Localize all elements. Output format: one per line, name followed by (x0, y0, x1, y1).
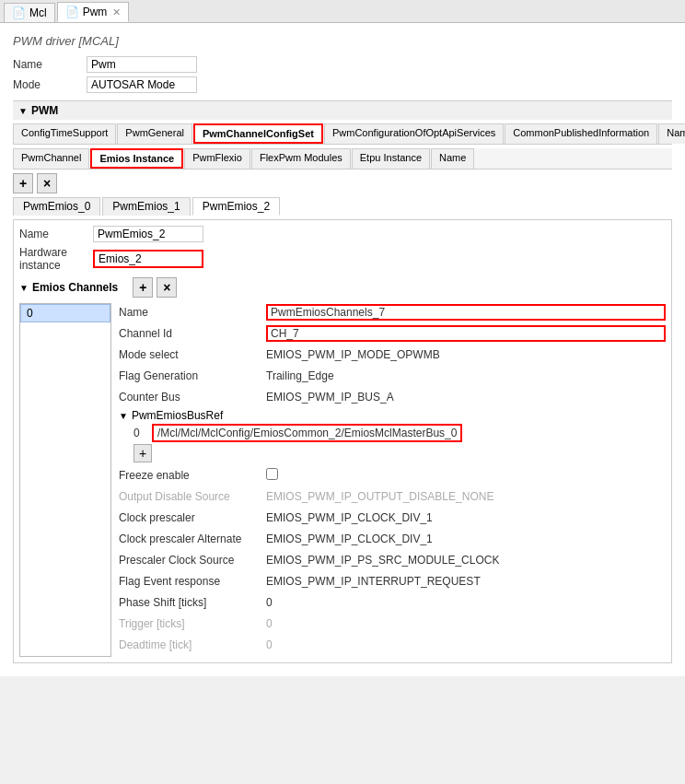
pwm-inner-tab-row: PwmChannel Emios Instance PwmFlexio Flex… (13, 148, 672, 170)
mcl-tab-icon: 📄 (12, 6, 26, 19)
name-value[interactable]: Pwm (87, 56, 197, 73)
tab-pwmgeneral[interactable]: PwmGeneral (117, 123, 192, 144)
top-tab-bar: 📄 Mcl 📄 Pwm ✕ (0, 0, 685, 23)
prop-clockpresc-value[interactable]: EMIOS_PWM_IP_CLOCK_DIV_1 (266, 511, 666, 524)
busref-header[interactable]: ▼ PwmEmiosBusRef (119, 409, 666, 422)
emios-instance-panel: Name PwmEmios_2 Hardware instance Emios_… (13, 219, 672, 663)
tab-pwmflexio[interactable]: PwmFlexio (184, 148, 250, 169)
prop-flaggen-row: Flag Generation Trailing_Edge (119, 367, 666, 385)
prop-outputdisable-value: EMIOS_PWM_IP_OUTPUT_DISABLE_NONE (266, 490, 666, 503)
tab-inner-name[interactable]: Name (431, 148, 474, 169)
prop-freeze-value[interactable] (266, 468, 666, 483)
prop-trigger-value: 0 (266, 617, 666, 630)
tab-pwmchannel[interactable]: PwmChannel (13, 148, 89, 169)
prop-prescclocksrc-row: Prescaler Clock Source EMIOS_PWM_IP_PS_S… (119, 551, 666, 569)
prop-name-label: Name (119, 306, 266, 319)
prop-modeselect-value[interactable]: EMIOS_PWM_IP_MODE_OPWMB (266, 348, 666, 361)
channel-item-0[interactable]: 0 (20, 304, 110, 322)
instance-tab-pwmemios2[interactable]: PwmEmios_2 (192, 197, 280, 216)
remove-channel-button[interactable]: × (157, 277, 177, 298)
page-title-suffix: [MCAL] (79, 34, 119, 48)
prop-clockprescalt-value[interactable]: EMIOS_PWM_IP_CLOCK_DIV_1 (266, 532, 666, 545)
prop-modeselect-label: Mode select (119, 348, 266, 361)
prop-freeze-row: Freeze enable (119, 466, 666, 485)
prop-flaggen-value[interactable]: Trailing_Edge (266, 369, 666, 382)
remove-instance-button[interactable]: × (37, 173, 57, 193)
prop-counterbus-row: Counter Bus EMIOS_PWM_IP_BUS_A (119, 388, 666, 406)
busref-add-button[interactable]: + (134, 444, 152, 462)
prop-clockprescalt-label: Clock prescaler Alternate (119, 532, 266, 545)
channel-list: 0 (19, 303, 111, 657)
tab-pwmconfigurationofoptapiservices[interactable]: PwmConfigurationOfOptApiServices (324, 123, 504, 144)
tab-pwm[interactable]: 📄 Pwm ✕ (57, 2, 130, 22)
name-label: Name (13, 58, 87, 71)
pwm-tab-icon: 📄 (65, 6, 79, 18)
instance-tabs: PwmEmios_0 PwmEmios_1 PwmEmios_2 (13, 197, 672, 216)
mode-value[interactable]: AUTOSAR Mode (87, 76, 197, 93)
prop-freeze-label: Freeze enable (119, 469, 266, 482)
page-title-text: PWM driver (13, 34, 79, 48)
prop-name-row: Name PwmEmiosChannels_7 (119, 303, 666, 322)
instance-name-row: Name PwmEmios_2 (19, 226, 666, 242)
add-instance-button[interactable]: + (13, 173, 33, 193)
busref-row-0: 0 /Mcl/Mcl/MclConfig/EmiosCommon_2/Emios… (134, 424, 666, 442)
prop-flagevent-label: Flag Event response (119, 575, 266, 588)
tab-commonpublishedinformation[interactable]: CommonPublishedInformation (505, 123, 657, 144)
prop-channelid-value[interactable]: CH_7 (266, 325, 666, 342)
tab-mcl[interactable]: 📄 Mcl (4, 3, 55, 22)
prop-phaseshift-label: Phase Shift [ticks] (119, 596, 266, 609)
pwm-section-title: PWM (31, 104, 58, 117)
freeze-checkbox[interactable] (266, 468, 278, 480)
name-field-row: Name Pwm (13, 56, 672, 73)
mode-label: Mode (13, 78, 87, 91)
emios-channels-title: Emios Channels (32, 281, 118, 294)
prop-prescclocksrc-value[interactable]: EMIOS_PWM_IP_PS_SRC_MODULE_CLOCK (266, 554, 666, 567)
tab-flexpwm-modules[interactable]: FlexPwm Modules (251, 148, 351, 169)
prop-clockpresc-row: Clock prescaler EMIOS_PWM_IP_CLOCK_DIV_1 (119, 509, 666, 527)
prop-deadtime-value: 0 (266, 638, 666, 651)
page-title: PWM driver [MCAL] (13, 32, 672, 49)
prop-prescclocksrc-label: Prescaler Clock Source (119, 554, 266, 567)
prop-flagevent-value[interactable]: EMIOS_PWM_IP_INTERRUPT_REQUEST (266, 575, 666, 588)
tab-pwm-close[interactable]: ✕ (112, 6, 121, 18)
instance-name-value[interactable]: PwmEmios_2 (93, 226, 203, 242)
prop-channelid-label: Channel Id (119, 327, 266, 340)
tab-emios-instance[interactable]: Emios Instance (90, 148, 183, 169)
tab-mcl-label: Mcl (29, 6, 47, 19)
prop-name-value[interactable]: PwmEmiosChannels_7 (266, 304, 666, 321)
prop-flagevent-row: Flag Event response EMIOS_PWM_IP_INTERRU… (119, 572, 666, 591)
channel-properties-panel: Name PwmEmiosChannels_7 Channel Id CH_7 … (119, 303, 666, 657)
prop-phaseshift-row: Phase Shift [ticks] 0 (119, 593, 666, 612)
tab-pwm-name[interactable]: Name (658, 123, 685, 144)
instance-toolbar: + × (13, 173, 672, 193)
prop-deadtime-label: Deadtime [tick] (119, 638, 266, 651)
hardware-instance-row: Hardware instance Emios_2 (19, 246, 666, 272)
pwm-section-header[interactable]: ▼ PWM (13, 100, 672, 120)
busref-index-0: 0 (134, 427, 152, 439)
tab-etpu-instance[interactable]: Etpu Instance (352, 148, 430, 169)
prop-trigger-label: Trigger [ticks] (119, 617, 266, 630)
instance-name-label: Name (19, 228, 93, 240)
tab-pwmchannelconfigset[interactable]: PwmChannelConfigSet (193, 123, 323, 144)
prop-clockpresc-label: Clock prescaler (119, 511, 266, 524)
prop-counterbus-value[interactable]: EMIOS_PWM_IP_BUS_A (266, 391, 666, 404)
mode-field-row: Mode AUTOSAR Mode (13, 76, 672, 93)
busref-label: PwmEmiosBusRef (132, 409, 223, 422)
hardware-instance-label: Hardware instance (19, 246, 93, 272)
prop-flaggen-label: Flag Generation (119, 369, 266, 382)
instance-tab-pwmemios0[interactable]: PwmEmios_0 (13, 197, 100, 216)
hardware-instance-value[interactable]: Emios_2 (93, 250, 203, 268)
prop-phaseshift-value[interactable]: 0 (266, 596, 666, 609)
tab-configtimesupport[interactable]: ConfigTimeSupport (13, 123, 116, 144)
prop-clockprescalt-row: Clock prescaler Alternate EMIOS_PWM_IP_C… (119, 530, 666, 548)
emios-channels-header: ▼ Emios Channels + × (19, 277, 666, 298)
busref-value-0[interactable]: /Mcl/Mcl/MclConfig/EmiosCommon_2/EmiosMc… (152, 424, 462, 442)
pwm-tab-row: ConfigTimeSupport PwmGeneral PwmChannelC… (13, 123, 672, 145)
add-channel-button[interactable]: + (133, 277, 153, 298)
prop-trigger-row: Trigger [ticks] 0 (119, 614, 666, 633)
emios-channels-chevron: ▼ (19, 283, 29, 293)
emios-channels-section: ▼ Emios Channels + × 0 N (19, 277, 666, 657)
busref-section: ▼ PwmEmiosBusRef 0 /Mcl/Mcl/MclConfig/Em… (119, 409, 666, 462)
instance-tab-pwmemios1[interactable]: PwmEmios_1 (102, 197, 190, 216)
tab-pwm-label: Pwm (83, 6, 108, 18)
